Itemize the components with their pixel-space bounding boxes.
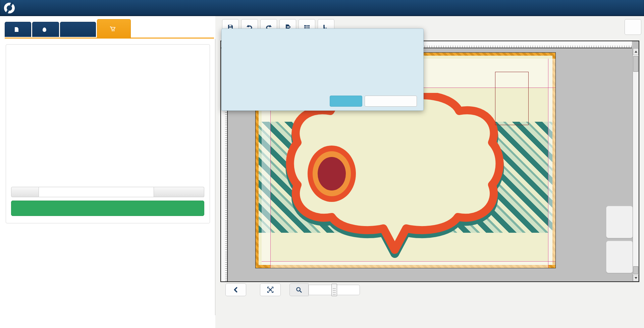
fit-screen-icon — [267, 286, 274, 293]
scrollbar-thumb[interactable] — [633, 56, 638, 72]
page-thumb-2[interactable] — [606, 241, 633, 273]
price-calculator-panel — [6, 44, 210, 223]
tab-fotos-text[interactable] — [60, 22, 96, 37]
arrow-down-icon — [635, 277, 637, 279]
extra-toolbar-button[interactable] — [625, 19, 641, 35]
page-thumb-1[interactable] — [606, 206, 633, 238]
back-button[interactable] — [225, 283, 246, 296]
chevron-left-icon — [233, 287, 238, 293]
tab-bestellen[interactable] — [97, 19, 131, 39]
scroll-up-button[interactable] — [633, 48, 639, 55]
zoom-button[interactable] — [289, 283, 309, 296]
paint-icon — [43, 28, 46, 32]
bleed-guide-right — [548, 59, 548, 268]
ornament-circle-center — [318, 157, 346, 190]
document-icon — [15, 27, 18, 32]
tab-projekt[interactable] — [5, 22, 31, 37]
generate-preview-button[interactable] — [365, 96, 417, 107]
application-window — [0, 0, 644, 328]
arrow-up-icon — [635, 51, 637, 53]
tab-strip — [0, 16, 215, 39]
object-selection-rect[interactable] — [495, 72, 529, 125]
bleed-guide-bottom — [262, 261, 555, 262]
close-icon[interactable] — [631, 2, 641, 12]
print-preview-dialog — [221, 29, 424, 111]
bleed-overlay-right — [548, 88, 555, 265]
quantity-label — [11, 187, 39, 197]
cancel-button[interactable] — [330, 96, 362, 107]
vertical-scrollbar[interactable] — [633, 48, 639, 281]
app-logo-icon — [3, 2, 15, 14]
order-button[interactable] — [11, 201, 204, 216]
scroll-down-button[interactable] — [633, 275, 639, 281]
bleed-overlay-left — [262, 88, 270, 265]
bleed-overlay-bottom — [270, 261, 548, 268]
magnifier-icon — [296, 287, 302, 293]
fit-to-screen-button[interactable] — [260, 283, 281, 296]
cart-icon — [110, 26, 115, 32]
price-display — [154, 187, 204, 197]
tab-farben[interactable] — [32, 22, 59, 37]
quantity-input[interactable] — [39, 187, 154, 197]
panel-divider — [215, 39, 215, 315]
scrollbar-thumb-lower[interactable] — [633, 266, 638, 274]
zoom-slider-handle[interactable] — [331, 284, 337, 296]
app-header — [0, 0, 644, 16]
quantity-row — [11, 187, 204, 197]
